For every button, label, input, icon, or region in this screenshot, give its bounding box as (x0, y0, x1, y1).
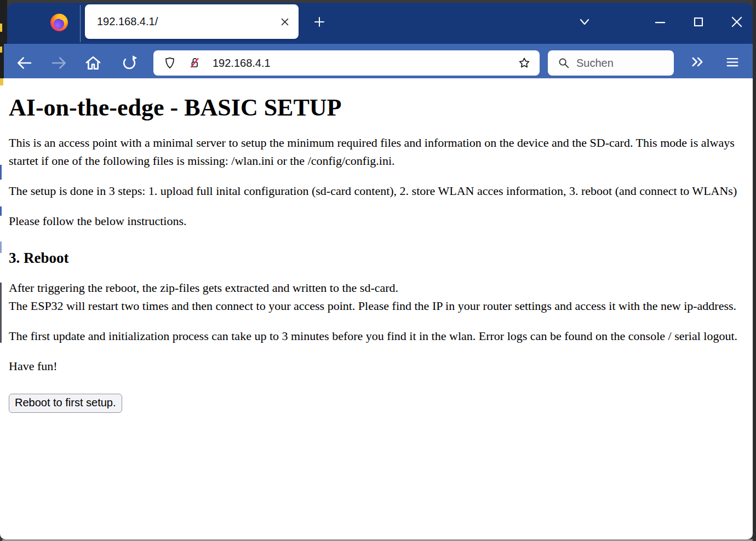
url-text[interactable]: 192.168.4.1 (213, 50, 271, 76)
page-title: AI-on-the-edge - BASIC SETUP (9, 94, 744, 122)
note-paragraph: The first update and initialization proc… (9, 327, 744, 345)
minimize-button[interactable] (652, 14, 668, 30)
tab-title: 192.168.4.1/ (97, 4, 158, 39)
background-window-fragment (0, 24, 2, 32)
close-button[interactable] (729, 14, 744, 30)
intro-paragraph-2: The setup is done in 3 steps: 1. upload … (9, 182, 744, 200)
tab-separator (80, 5, 81, 42)
reload-button[interactable] (121, 54, 138, 72)
search-box[interactable]: Suchen (548, 50, 674, 76)
closing-paragraph: Have fun! (9, 357, 744, 375)
tab-bar: 192.168.4.1/ (7, 3, 753, 44)
background-window-fragment (0, 78, 3, 85)
new-tab-button[interactable] (313, 15, 326, 28)
firefox-icon[interactable] (50, 14, 68, 31)
background-window-fragment (0, 283, 2, 343)
desktop-edge-top (0, 0, 756, 3)
tracking-protection-shield-icon[interactable] (163, 56, 176, 70)
background-window-fragment (0, 165, 2, 180)
reboot-paragraph-line-1: After triggering the reboot, the zip-fil… (9, 281, 398, 295)
reboot-paragraph-line-2: The ESP32 will restart two times and the… (9, 299, 736, 313)
reboot-button[interactable]: Reboot to first setup. (9, 394, 122, 413)
maximize-button[interactable] (691, 14, 706, 30)
page-content: AI-on-the-edge - BASIC SETUP This is an … (0, 78, 753, 539)
active-tab[interactable]: 192.168.4.1/ (85, 4, 299, 39)
bookmark-star-icon[interactable] (518, 56, 531, 70)
reboot-paragraph: After triggering the reboot, the zip-fil… (9, 279, 744, 315)
background-window-fragment (0, 206, 2, 216)
overflow-chevrons-icon[interactable] (690, 54, 705, 70)
search-icon (558, 57, 570, 69)
list-tabs-chevron-icon[interactable] (578, 15, 591, 28)
background-window-fragment (0, 47, 2, 53)
tab-close-icon[interactable] (279, 16, 291, 28)
search-placeholder: Suchen (576, 50, 614, 76)
intro-paragraph-1: This is an access point with a minimal s… (9, 134, 744, 170)
forward-button[interactable] (50, 54, 68, 72)
insecure-lock-slash-icon[interactable] (188, 56, 201, 70)
home-button[interactable] (84, 54, 102, 72)
url-bar[interactable]: 192.168.4.1 (153, 50, 540, 76)
intro-paragraph-3: Please follow the below instructions. (9, 212, 744, 230)
background-window-fragment (0, 241, 2, 253)
navigation-toolbar: 192.168.4.1 Suchen (4, 44, 753, 78)
back-button[interactable] (15, 54, 33, 72)
desktop-edge-left (0, 0, 7, 44)
menu-hamburger-icon[interactable] (725, 54, 740, 70)
desktop-edge-right (753, 0, 756, 541)
section-heading: 3. Reboot (9, 250, 744, 267)
